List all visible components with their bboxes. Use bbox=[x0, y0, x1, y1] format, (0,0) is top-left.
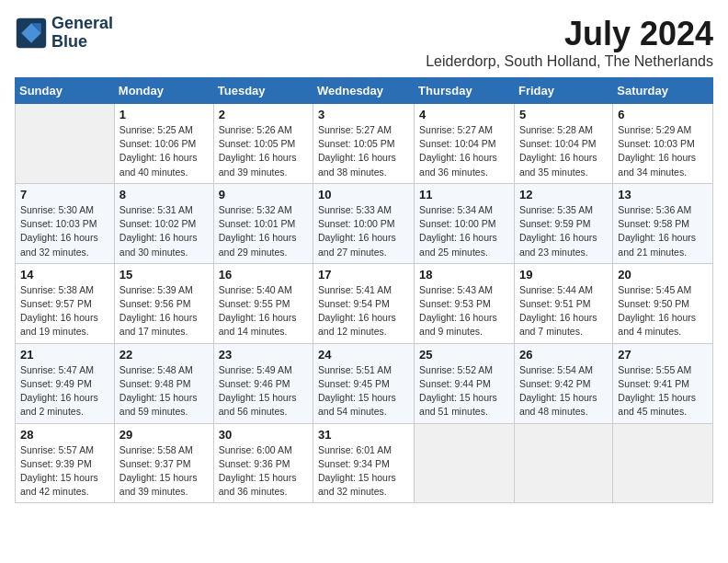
calendar-cell: 24Sunrise: 5:51 AM Sunset: 9:45 PM Dayli… bbox=[313, 343, 415, 423]
day-info: Sunrise: 5:51 AM Sunset: 9:45 PM Dayligh… bbox=[318, 363, 409, 419]
day-info: Sunrise: 5:41 AM Sunset: 9:54 PM Dayligh… bbox=[318, 283, 409, 339]
calendar-cell: 4Sunrise: 5:27 AM Sunset: 10:04 PM Dayli… bbox=[415, 104, 515, 184]
day-number: 24 bbox=[318, 348, 409, 362]
day-info: Sunrise: 5:27 AM Sunset: 10:05 PM Daylig… bbox=[318, 123, 409, 179]
day-number: 15 bbox=[119, 268, 209, 282]
day-number: 8 bbox=[119, 188, 209, 201]
day-number: 7 bbox=[20, 188, 109, 201]
day-number: 30 bbox=[219, 428, 308, 442]
calendar-week-row: 1Sunrise: 5:25 AM Sunset: 10:06 PM Dayli… bbox=[16, 104, 713, 184]
calendar-cell: 13Sunrise: 5:36 AM Sunset: 9:58 PM Dayli… bbox=[613, 183, 713, 263]
calendar-cell bbox=[514, 423, 612, 503]
day-number: 23 bbox=[219, 348, 308, 362]
day-info: Sunrise: 5:55 AM Sunset: 9:41 PM Dayligh… bbox=[618, 363, 708, 419]
calendar-cell: 8Sunrise: 5:31 AM Sunset: 10:02 PM Dayli… bbox=[114, 183, 213, 263]
weekday-header: Saturday bbox=[613, 78, 713, 104]
day-number: 6 bbox=[618, 108, 708, 121]
calendar-cell: 2Sunrise: 5:26 AM Sunset: 10:05 PM Dayli… bbox=[213, 104, 313, 184]
day-info: Sunrise: 5:57 AM Sunset: 9:39 PM Dayligh… bbox=[20, 443, 109, 500]
calendar-cell: 26Sunrise: 5:54 AM Sunset: 9:42 PM Dayli… bbox=[514, 343, 612, 423]
day-number: 25 bbox=[419, 348, 509, 362]
day-number: 13 bbox=[618, 188, 708, 201]
day-info: Sunrise: 5:47 AM Sunset: 9:49 PM Dayligh… bbox=[20, 363, 109, 419]
weekday-header: Thursday bbox=[415, 78, 515, 104]
day-number: 26 bbox=[519, 348, 608, 362]
calendar-week-row: 28Sunrise: 5:57 AM Sunset: 9:39 PM Dayli… bbox=[16, 423, 713, 503]
day-info: Sunrise: 5:49 AM Sunset: 9:46 PM Dayligh… bbox=[219, 363, 308, 419]
calendar-cell: 9Sunrise: 5:32 AM Sunset: 10:01 PM Dayli… bbox=[213, 183, 313, 263]
day-info: Sunrise: 5:31 AM Sunset: 10:02 PM Daylig… bbox=[119, 203, 209, 259]
calendar-cell: 7Sunrise: 5:30 AM Sunset: 10:03 PM Dayli… bbox=[16, 183, 115, 263]
calendar-cell: 10Sunrise: 5:33 AM Sunset: 10:00 PM Dayl… bbox=[313, 183, 415, 263]
day-info: Sunrise: 5:39 AM Sunset: 9:56 PM Dayligh… bbox=[119, 283, 209, 339]
calendar-table: SundayMondayTuesdayWednesdayThursdayFrid… bbox=[15, 77, 713, 503]
day-info: Sunrise: 5:38 AM Sunset: 9:57 PM Dayligh… bbox=[20, 283, 109, 339]
calendar-week-row: 21Sunrise: 5:47 AM Sunset: 9:49 PM Dayli… bbox=[16, 343, 713, 423]
calendar-cell: 16Sunrise: 5:40 AM Sunset: 9:55 PM Dayli… bbox=[213, 263, 313, 343]
logo: General Blue bbox=[15, 15, 113, 52]
logo-icon bbox=[15, 17, 48, 50]
day-number: 17 bbox=[318, 268, 409, 282]
day-number: 16 bbox=[219, 268, 308, 282]
page-header: General Blue July 2024 Leiderdorp, South… bbox=[15, 15, 713, 70]
calendar-cell bbox=[415, 423, 515, 503]
day-info: Sunrise: 6:00 AM Sunset: 9:36 PM Dayligh… bbox=[219, 443, 308, 500]
calendar-cell: 20Sunrise: 5:45 AM Sunset: 9:50 PM Dayli… bbox=[613, 263, 713, 343]
title-block: July 2024 Leiderdorp, South Holland, The… bbox=[426, 15, 713, 70]
day-number: 22 bbox=[119, 348, 209, 362]
calendar-cell: 27Sunrise: 5:55 AM Sunset: 9:41 PM Dayli… bbox=[613, 343, 713, 423]
calendar-cell: 1Sunrise: 5:25 AM Sunset: 10:06 PM Dayli… bbox=[114, 104, 213, 184]
weekday-header: Tuesday bbox=[213, 78, 313, 104]
day-info: Sunrise: 5:28 AM Sunset: 10:04 PM Daylig… bbox=[519, 123, 608, 179]
calendar-cell: 29Sunrise: 5:58 AM Sunset: 9:37 PM Dayli… bbox=[114, 423, 213, 503]
day-number: 19 bbox=[519, 268, 608, 282]
calendar-cell: 23Sunrise: 5:49 AM Sunset: 9:46 PM Dayli… bbox=[213, 343, 313, 423]
calendar-cell: 12Sunrise: 5:35 AM Sunset: 9:59 PM Dayli… bbox=[514, 183, 612, 263]
day-info: Sunrise: 5:33 AM Sunset: 10:00 PM Daylig… bbox=[318, 203, 409, 259]
calendar-cell: 19Sunrise: 5:44 AM Sunset: 9:51 PM Dayli… bbox=[514, 263, 612, 343]
day-info: Sunrise: 5:32 AM Sunset: 10:01 PM Daylig… bbox=[219, 203, 308, 259]
day-number: 12 bbox=[519, 188, 608, 201]
day-info: Sunrise: 6:01 AM Sunset: 9:34 PM Dayligh… bbox=[318, 443, 409, 500]
day-info: Sunrise: 5:40 AM Sunset: 9:55 PM Dayligh… bbox=[219, 283, 308, 339]
day-number: 20 bbox=[618, 268, 708, 282]
calendar-cell: 3Sunrise: 5:27 AM Sunset: 10:05 PM Dayli… bbox=[313, 104, 415, 184]
calendar-cell: 17Sunrise: 5:41 AM Sunset: 9:54 PM Dayli… bbox=[313, 263, 415, 343]
month-year: July 2024 bbox=[426, 15, 713, 53]
day-number: 28 bbox=[20, 428, 109, 442]
day-number: 21 bbox=[20, 348, 109, 362]
day-number: 31 bbox=[318, 428, 409, 442]
day-info: Sunrise: 5:48 AM Sunset: 9:48 PM Dayligh… bbox=[119, 363, 209, 419]
logo-text: General Blue bbox=[51, 15, 113, 52]
day-info: Sunrise: 5:44 AM Sunset: 9:51 PM Dayligh… bbox=[519, 283, 608, 339]
day-number: 29 bbox=[119, 428, 209, 442]
day-info: Sunrise: 5:54 AM Sunset: 9:42 PM Dayligh… bbox=[519, 363, 608, 419]
day-info: Sunrise: 5:27 AM Sunset: 10:04 PM Daylig… bbox=[419, 123, 509, 179]
calendar-cell: 25Sunrise: 5:52 AM Sunset: 9:44 PM Dayli… bbox=[415, 343, 515, 423]
day-info: Sunrise: 5:52 AM Sunset: 9:44 PM Dayligh… bbox=[419, 363, 509, 419]
calendar-cell: 22Sunrise: 5:48 AM Sunset: 9:48 PM Dayli… bbox=[114, 343, 213, 423]
day-number: 11 bbox=[419, 188, 509, 201]
weekday-header: Monday bbox=[114, 78, 213, 104]
day-number: 1 bbox=[119, 108, 209, 121]
calendar-header-row: SundayMondayTuesdayWednesdayThursdayFrid… bbox=[16, 78, 713, 104]
day-number: 2 bbox=[219, 108, 308, 121]
day-number: 18 bbox=[419, 268, 509, 282]
calendar-cell: 15Sunrise: 5:39 AM Sunset: 9:56 PM Dayli… bbox=[114, 263, 213, 343]
day-number: 3 bbox=[318, 108, 409, 121]
logo-line2: Blue bbox=[51, 33, 113, 52]
day-info: Sunrise: 5:29 AM Sunset: 10:03 PM Daylig… bbox=[618, 123, 708, 179]
day-number: 9 bbox=[219, 188, 308, 201]
calendar-cell bbox=[613, 423, 713, 503]
calendar-cell: 18Sunrise: 5:43 AM Sunset: 9:53 PM Dayli… bbox=[415, 263, 515, 343]
day-info: Sunrise: 5:43 AM Sunset: 9:53 PM Dayligh… bbox=[419, 283, 509, 339]
day-info: Sunrise: 5:36 AM Sunset: 9:58 PM Dayligh… bbox=[618, 203, 708, 259]
calendar-cell: 30Sunrise: 6:00 AM Sunset: 9:36 PM Dayli… bbox=[213, 423, 313, 503]
weekday-header: Friday bbox=[514, 78, 612, 104]
day-info: Sunrise: 5:30 AM Sunset: 10:03 PM Daylig… bbox=[20, 203, 109, 259]
calendar-cell: 31Sunrise: 6:01 AM Sunset: 9:34 PM Dayli… bbox=[313, 423, 415, 503]
day-number: 14 bbox=[20, 268, 109, 282]
calendar-cell: 11Sunrise: 5:34 AM Sunset: 10:00 PM Dayl… bbox=[415, 183, 515, 263]
day-number: 10 bbox=[318, 188, 409, 201]
calendar-week-row: 7Sunrise: 5:30 AM Sunset: 10:03 PM Dayli… bbox=[16, 183, 713, 263]
